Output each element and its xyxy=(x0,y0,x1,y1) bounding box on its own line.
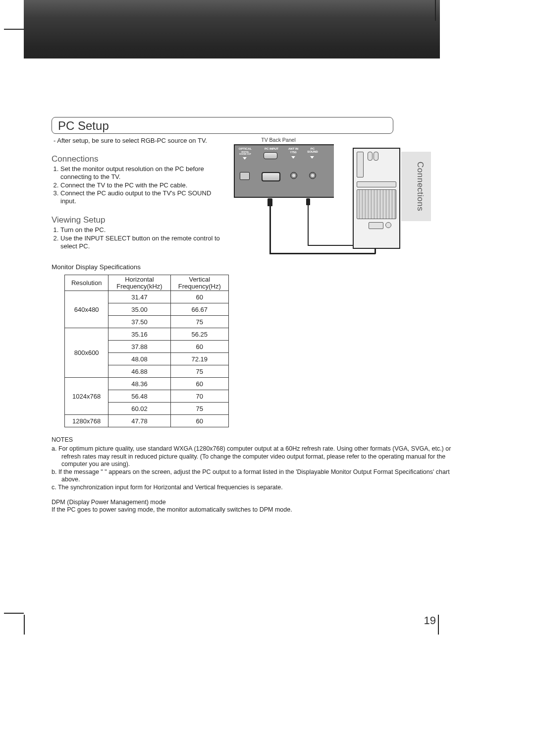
cell-hfreq: 56.48 xyxy=(108,390,170,403)
cell-vfreq: 75 xyxy=(170,365,228,378)
cell-resolution: 800x600 xyxy=(65,328,108,378)
cell-resolution: 1024x768 xyxy=(65,378,108,415)
arrow-down-icon xyxy=(310,156,314,159)
cell-hfreq: 35.16 xyxy=(108,328,170,341)
optical-port xyxy=(240,172,250,180)
table-row: 800x60035.1656.25 xyxy=(65,328,229,341)
header-gradient xyxy=(24,0,440,58)
section-title-box: PC Setup xyxy=(52,117,393,134)
page: Connections PC Setup - After setup, be s… xyxy=(0,0,535,756)
cell-vfreq: 75 xyxy=(170,403,228,415)
left-column: Connections Set the monitor output resol… xyxy=(52,154,220,427)
arrow-down-icon xyxy=(291,156,295,159)
viewing-heading: Viewing Setup xyxy=(52,215,220,225)
pc-port xyxy=(374,152,378,161)
list-item: Use the INPUT SELECT button on the remot… xyxy=(60,234,220,251)
pc-slot xyxy=(357,181,396,187)
tv-back-panel: OPTICAL DIGITAL SOUND OUT PC INPUT ANT I… xyxy=(234,144,334,198)
cell-hfreq: 48.36 xyxy=(108,378,170,390)
dpm-title: DPM (Display Power Management) mode xyxy=(52,499,166,506)
notes-heading: NOTES xyxy=(52,436,458,444)
note-b: b. If the message " " appears on the scr… xyxy=(52,468,458,484)
side-tab-label: Connections xyxy=(415,162,425,211)
list-item: Connect the PC audio output to the TV's … xyxy=(60,189,220,206)
port-label-ant-sub: Y75Ω xyxy=(286,151,300,154)
connection-diagram: TV Back Panel OPTICAL DIGITAL SOUND OUT … xyxy=(229,137,404,265)
ant-jack xyxy=(290,172,297,179)
specs-table: Resolution HorizontalFrequency(kHz) Vert… xyxy=(64,275,229,427)
crop-mark xyxy=(4,29,24,30)
port-label-ant: ANT IN xyxy=(286,147,300,150)
cell-resolution: 640x480 xyxy=(65,291,108,328)
crop-mark xyxy=(4,613,24,614)
diagram-title: TV Back Panel xyxy=(254,137,303,143)
list-item: Connect the TV to the PC with the PC cab… xyxy=(60,181,220,189)
cable xyxy=(308,205,309,246)
cable xyxy=(269,206,271,254)
cell-hfreq: 47.78 xyxy=(108,415,170,427)
cell-hfreq: 37.50 xyxy=(108,316,170,328)
cell-hfreq: 48.08 xyxy=(108,353,170,365)
pc-bay xyxy=(357,152,364,177)
viewing-list: Turn on the PC. Use the INPUT SELECT but… xyxy=(54,226,220,250)
cell-vfreq: 60 xyxy=(170,291,228,303)
notes-block: NOTES a. For optimum picture quality, us… xyxy=(52,436,458,491)
note-a: a. For optimum picture quality, use stan… xyxy=(52,445,458,468)
pc-sound-jack xyxy=(309,172,316,179)
cell-vfreq: 75 xyxy=(170,316,228,328)
cell-resolution: 1280x768 xyxy=(65,415,108,427)
cell-vfreq: 66.67 xyxy=(170,303,228,316)
cell-hfreq: 31.47 xyxy=(108,291,170,303)
cell-vfreq: 60 xyxy=(170,341,228,353)
pc-rear-vga xyxy=(369,222,383,229)
cell-vfreq: 60 xyxy=(170,378,228,390)
cell-hfreq: 37.88 xyxy=(108,341,170,353)
crop-mark xyxy=(435,0,436,21)
port-label-optical: OPTICAL xyxy=(238,147,253,150)
vga-port-active xyxy=(262,172,280,181)
page-number: 19 xyxy=(424,614,436,627)
cell-vfreq: 70 xyxy=(170,390,228,403)
vga-port xyxy=(264,152,277,159)
port-label-pcinput: PC INPUT xyxy=(263,147,280,150)
cell-hfreq: 60.02 xyxy=(108,403,170,415)
th-vfreq: VerticalFrequency(Hz) xyxy=(170,275,228,291)
cell-vfreq: 72.19 xyxy=(170,353,228,365)
crop-mark xyxy=(438,615,439,635)
table-row: 1024x76848.3660 xyxy=(65,378,229,390)
vga-plug xyxy=(268,198,272,206)
crop-mark xyxy=(24,615,25,635)
th-hfreq: HorizontalFrequency(kHz) xyxy=(108,275,170,291)
arrow-down-icon xyxy=(243,157,247,160)
connections-heading: Connections xyxy=(52,154,220,164)
connections-list: Set the monitor output resolution on the… xyxy=(54,165,220,205)
cable xyxy=(269,253,375,254)
list-item: Turn on the PC. xyxy=(60,226,220,234)
audio-plug xyxy=(306,198,310,205)
cell-hfreq: 46.88 xyxy=(108,365,170,378)
section-title: PC Setup xyxy=(58,119,387,133)
th-resolution: Resolution xyxy=(65,275,108,291)
pc-tower xyxy=(353,148,400,249)
dpm-body: If the PC goes to power saving mode, the… xyxy=(52,506,292,513)
pc-rear-audio xyxy=(385,222,391,228)
pc-port xyxy=(368,152,373,161)
list-item: Set the monitor output resolution on the… xyxy=(60,165,220,181)
dpm-block: DPM (Display Power Management) mode If t… xyxy=(52,499,408,514)
port-label-optical-sub: DIGITAL SOUND OUT xyxy=(238,151,253,155)
port-label-pcsound: PC SOUND xyxy=(305,147,320,153)
pc-vent xyxy=(357,189,396,219)
table-header-row: Resolution HorizontalFrequency(kHz) Vert… xyxy=(65,275,229,291)
table-row: 1280x76847.7860 xyxy=(65,415,229,427)
cell-hfreq: 35.00 xyxy=(108,303,170,316)
cell-vfreq: 60 xyxy=(170,415,228,427)
table-row: 640x48031.4760 xyxy=(65,291,229,303)
note-c: c. The synchronization input form for Ho… xyxy=(52,484,458,492)
table-title: Monitor Display Specifications xyxy=(52,263,220,271)
cell-vfreq: 56.25 xyxy=(170,328,228,341)
